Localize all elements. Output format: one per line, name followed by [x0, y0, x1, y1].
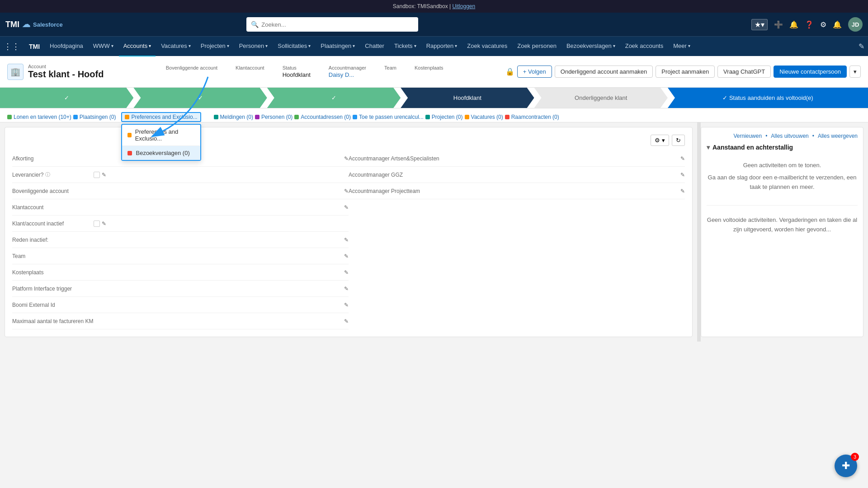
related-tabs: Lonen en tarieven (10+) Plaatsingen (0) … [0, 108, 868, 122]
edit-kostenplaats[interactable]: ✎ [344, 269, 349, 276]
checkmark-1: ✓ [64, 94, 69, 101]
tab-projecten[interactable]: Projecten (0) [425, 112, 463, 122]
search-bar[interactable]: 🔍 [246, 17, 418, 32]
favorites-button[interactable]: ★▾ [751, 19, 768, 30]
accountmanager-link[interactable]: Daisy D... [329, 71, 354, 78]
edit-afkorting[interactable]: ✎ [344, 155, 349, 162]
edit-maximaal[interactable]: ✎ [344, 318, 349, 324]
dropdown-popup: Preferences and Exclusio... Bezoekversla… [121, 124, 201, 161]
add-icon[interactable]: ➕ [774, 20, 783, 29]
field-kostenplaats: Kostenplaats ✎ [12, 264, 349, 281]
nav-edit-icon[interactable]: ✎ [859, 42, 864, 51]
edit-am-artsen[interactable]: ✎ [680, 155, 685, 162]
checkbox-leverancier[interactable] [94, 172, 100, 178]
nav-item-chatter[interactable]: Chatter [360, 37, 389, 56]
nav-item-zoek-personen[interactable]: Zoek personen [513, 37, 561, 56]
help-icon[interactable]: ❓ [805, 20, 814, 29]
nav-item-vacatures[interactable]: Vacatures ▾ [156, 37, 195, 56]
tab-personen[interactable]: Personen (0) [255, 112, 292, 122]
resize-handle[interactable] [697, 122, 701, 342]
activity-header: Vernieuwen • Alles uitvouwen • Alles wee… [707, 133, 858, 139]
follow-button[interactable]: + Volgen [517, 66, 552, 78]
app-header: TMI ☁ Salesforce 🔍 ★▾ ➕ 🔔 ❓ ⚙ 🔔 JD [0, 13, 868, 36]
nav-item-accounts[interactable]: Accounts ▾ [119, 37, 156, 56]
vernieuwen-link[interactable]: Vernieuwen [733, 133, 762, 139]
logout-link[interactable]: Uitloggen [452, 3, 475, 9]
popup-item-preferences[interactable]: Preferences and Exclusio... [122, 125, 200, 146]
status-step-hoofdklant[interactable]: Hoofdklant [401, 88, 534, 108]
account-actions: 🔒 + Volgen Onderliggend account aanmaken… [505, 66, 861, 78]
tab-raamcontracten[interactable]: Raamcontracten (0) [505, 112, 559, 122]
status-step-2[interactable]: ✓ [133, 88, 267, 108]
notifications-icon[interactable]: 🔔 [789, 20, 798, 29]
dot-lonen [7, 115, 12, 119]
nav-item-plaatsingen[interactable]: Plaatsingen ▾ [316, 37, 359, 56]
tab-lonen[interactable]: Lonen en tarieven (10+) [7, 112, 71, 122]
account-header-left: 🏢 Account Test klant - Hoofd [7, 64, 104, 80]
sandbox-bar: Sandbox: TMISandbox | Uitloggen [0, 0, 868, 13]
more-actions-button[interactable]: ▾ [849, 66, 861, 78]
edit-leverancier[interactable]: ✎ [102, 172, 106, 178]
nav-item-tickets[interactable]: Tickets ▾ [390, 37, 421, 56]
field-leverancier: Leverancier? ⓘ ✎ [12, 167, 349, 183]
tab-preferences[interactable]: Preferences and Exclusio... [121, 112, 201, 122]
detail-col-left: Afkorting ✎ Leverancier? ⓘ ✎ Bovenliggen… [12, 150, 349, 329]
nav-item-hoofdpagina[interactable]: Hoofdpagina [45, 37, 88, 56]
tab-separator [203, 112, 212, 122]
status-step-3[interactable]: ✓ [267, 88, 401, 108]
nav-item-rapporten[interactable]: Rapporten ▾ [422, 37, 462, 56]
settings-icon[interactable]: ⚙ [820, 20, 826, 29]
contactpersoon-button[interactable]: Nieuwe contactpersoon [774, 66, 847, 78]
refresh-detail-button[interactable]: ↻ [672, 135, 685, 146]
onderliggend-button[interactable]: Onderliggend account aanmaken [555, 66, 653, 78]
edit-reden-inactief[interactable]: ✎ [344, 237, 349, 243]
dot-meldingen [214, 115, 218, 119]
detail-actions: ⚙ ▾ ↻ [12, 135, 685, 146]
status-step-onderliggende[interactable]: Onderliggende klant [534, 88, 668, 108]
uitvouwen-link[interactable]: Alles uitvouwen [771, 133, 808, 139]
nav-item-www[interactable]: WWW ▾ [89, 37, 118, 56]
status-step-1[interactable]: ✓ [0, 88, 133, 108]
nav-item-projecten[interactable]: Projecten ▾ [196, 37, 234, 56]
dot-popup-bezoek [127, 151, 132, 155]
checkmark-3: ✓ [331, 94, 336, 101]
detail-grid: Afkorting ✎ Leverancier? ⓘ ✎ Bovenliggen… [12, 150, 685, 329]
lock-icon[interactable]: 🔒 [505, 67, 514, 76]
tab-plaatsingen[interactable]: Plaatsingen (0) [73, 112, 116, 122]
edit-klantaccount[interactable]: ✎ [344, 204, 349, 211]
toggle-icon[interactable]: ▾ [707, 144, 710, 151]
nav-item-sollicitaties[interactable]: Sollicitaties ▾ [273, 37, 315, 56]
nav-item-zoek-vacatures[interactable]: Zoek vacatures [462, 37, 512, 56]
tab-accountadressen[interactable]: Accountadressen (0) [294, 112, 351, 122]
search-icon: 🔍 [251, 21, 259, 28]
field-platform: Platform Interface trigger ✎ [12, 281, 349, 297]
app-grid-icon[interactable]: ⋮⋮ [4, 42, 20, 52]
activity-section-title: ▾ Aanstaand en achterstallig [707, 144, 858, 151]
popup-item-bezoekverslagen[interactable]: Bezoekverslagen (0) [122, 146, 200, 160]
edit-bovenliggende[interactable]: ✎ [344, 188, 349, 194]
meta-team: Team [384, 65, 396, 71]
nav-item-zoek-accounts[interactable]: Zoek accounts [621, 37, 668, 56]
tab-urencalcul[interactable]: Toe te passen urencalcul... [353, 112, 424, 122]
project-button[interactable]: Project aanmaken [656, 66, 715, 78]
weergeven-link[interactable]: Alles weergeven [818, 133, 858, 139]
avatar[interactable]: JD [848, 17, 863, 32]
search-input[interactable] [261, 21, 414, 28]
checkbox-inactief[interactable] [94, 221, 100, 227]
status-step-voltooid[interactable]: ✓ Status aanduiden als voltooid(e) [668, 88, 868, 108]
edit-platform[interactable]: ✎ [344, 286, 349, 292]
bell-icon[interactable]: 🔔 [833, 20, 842, 29]
edit-boomi[interactable]: ✎ [344, 302, 349, 308]
tab-vacatures[interactable]: Vacatures (0) [465, 112, 503, 122]
edit-inactief[interactable]: ✎ [102, 221, 106, 227]
nav-item-bezoekverslagen[interactable]: Bezoekverslagen ▾ [562, 37, 620, 56]
nav-item-meer[interactable]: Meer ▾ [669, 37, 695, 56]
chatgpt-button[interactable]: Vraag ChatGPT [717, 66, 771, 78]
field-boomi: Boomi External Id ✎ [12, 297, 349, 313]
settings-detail-button[interactable]: ⚙ ▾ [651, 135, 669, 146]
edit-team[interactable]: ✎ [344, 253, 349, 259]
edit-am-ggz[interactable]: ✎ [680, 172, 685, 178]
tab-meldingen[interactable]: Meldingen (0) [214, 112, 253, 122]
edit-am-projectteam[interactable]: ✎ [680, 188, 685, 194]
nav-item-personen[interactable]: Personen ▾ [235, 37, 273, 56]
